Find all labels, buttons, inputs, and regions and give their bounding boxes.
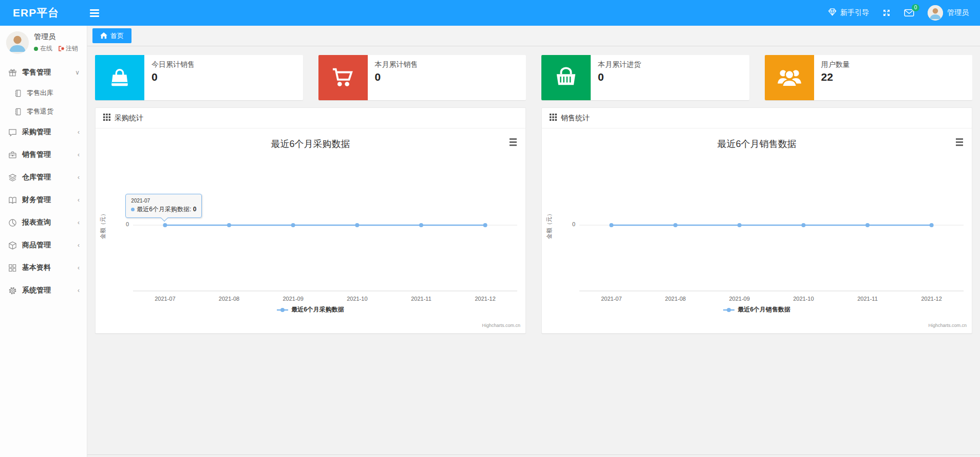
navbar: ERP平台 新手引导	[0, 0, 980, 26]
stat-value: 0	[375, 71, 418, 83]
th-grid-icon	[550, 114, 557, 122]
y-tick-label: 0	[126, 221, 129, 227]
pie-icon	[8, 218, 17, 227]
sidebar: 管理员 在线 注销 零售管理∨零售出库零售退货采购管理‹销售管理‹仓库管理‹财务…	[0, 26, 87, 457]
x-tick-label: 2021-12	[909, 296, 955, 302]
sidebar-item-2[interactable]: 销售管理‹	[0, 143, 87, 166]
chevron-left-icon: ‹	[78, 151, 80, 158]
stat-label: 用户数量	[821, 60, 850, 69]
legend-marker-icon	[277, 307, 288, 313]
cart-icon	[318, 55, 368, 100]
stat-card-1[interactable]: 本月累计销售0	[318, 55, 526, 100]
stat-value: 22	[821, 71, 850, 83]
highcharts-credit[interactable]: Highcharts.com.cn	[928, 323, 967, 328]
sidebar-user-panel: 管理员 在线 注销	[0, 26, 87, 59]
x-tick-label: 2021-12	[462, 296, 508, 302]
brand-logo: ERP平台	[0, 6, 59, 20]
chart-tooltip: 2021-07最近6个月采购数据: 0	[125, 194, 202, 218]
username-label: 管理员	[947, 8, 969, 17]
chevron-left-icon: ‹	[78, 287, 80, 294]
notebook-icon	[14, 88, 22, 98]
sidebar-item-1[interactable]: 采购管理‹	[0, 121, 87, 143]
content: 今日累计销售0本月累计销售0本月累计进货0用户数量22 采购统计 最近6个月采购…	[87, 46, 980, 457]
sidebar-item-0[interactable]: 零售管理∨	[0, 61, 87, 84]
notebook-icon	[14, 107, 22, 116]
x-tick-label: 2021-09	[270, 296, 316, 302]
panel-sales-stats: 销售统计 最近6个月销售数据0金额（元）2021-072021-082021-0…	[541, 107, 972, 334]
purchase-chart: 最近6个月采购数据0金额（元）2021-072021-082021-092021…	[96, 129, 525, 333]
sidebar-item-5[interactable]: 报表查询‹	[0, 211, 87, 234]
chevron-down-icon: ∨	[75, 69, 80, 76]
basket-icon	[541, 55, 591, 100]
highcharts-credit[interactable]: Highcharts.com.cn	[482, 323, 520, 328]
legend-item[interactable]: 最近6个月销售数据	[542, 305, 972, 314]
book-icon	[8, 195, 17, 205]
briefcase-icon	[8, 150, 17, 159]
x-tick-label: 2021-10	[780, 296, 826, 302]
online-status-label: 在线	[40, 44, 52, 53]
breadcrumb: 首页	[87, 26, 980, 46]
sidebar-item-7[interactable]: 基本资料‹	[0, 257, 87, 279]
tab-home-label: 首页	[110, 31, 124, 41]
guide-label: 新手引导	[840, 8, 869, 17]
avatar	[6, 31, 29, 54]
legend-item[interactable]: 最近6个月采购数据	[96, 305, 525, 314]
x-tick-label: 2021-11	[398, 296, 444, 302]
guide-link[interactable]: 新手引导	[828, 8, 869, 18]
navbar-right: 新手引导 0 管理员	[828, 5, 980, 21]
x-tick-label: 2021-10	[334, 296, 380, 302]
bag-icon	[95, 55, 144, 100]
th-grid-icon	[103, 114, 110, 122]
panel-purchase-stats: 采购统计 最近6个月采购数据0金额（元）2021-072021-082021-0…	[95, 107, 526, 334]
chevron-left-icon: ‹	[78, 264, 80, 271]
chart-title: 最近6个月采购数据	[96, 138, 525, 150]
legend-marker-icon	[723, 307, 734, 313]
y-tick-label: 0	[572, 221, 575, 227]
sales-chart: 最近6个月销售数据0金额（元）2021-072021-082021-092021…	[542, 129, 972, 333]
chevron-left-icon: ‹	[78, 174, 80, 181]
stat-value: 0	[152, 71, 195, 83]
sidebar-item-8[interactable]: 系统管理‹	[0, 279, 87, 302]
sidebar-subitem[interactable]: 零售退货	[0, 102, 87, 121]
stat-label: 本月累计销售	[375, 60, 418, 69]
x-tick-label: 2021-08	[206, 296, 252, 302]
submenu: 零售出库零售退货	[0, 84, 87, 121]
mail-button[interactable]: 0	[904, 9, 914, 17]
sidebar-toggle-icon[interactable]	[90, 9, 99, 17]
series-dot-icon	[131, 208, 135, 211]
fullscreen-button[interactable]	[882, 9, 891, 17]
panel-title: 销售统计	[561, 114, 590, 123]
stat-card-0[interactable]: 今日累计销售0	[95, 55, 303, 100]
gift-icon	[8, 68, 17, 77]
charts-row: 采购统计 最近6个月采购数据0金额（元）2021-072021-082021-0…	[95, 107, 972, 334]
sidebar-item-6[interactable]: 商品管理‹	[0, 234, 87, 257]
x-tick-label: 2021-09	[717, 296, 763, 302]
stat-value: 0	[598, 71, 641, 83]
avatar	[928, 5, 943, 21]
y-axis-title: 金额（元）	[545, 210, 553, 241]
layers-icon	[8, 173, 17, 182]
chevron-left-icon: ‹	[78, 219, 80, 226]
chevron-left-icon: ‹	[78, 129, 80, 136]
stat-cards-row: 今日累计销售0本月累计销售0本月累计进货0用户数量22	[95, 55, 972, 100]
x-tick-label: 2021-08	[652, 296, 699, 302]
tab-home[interactable]: 首页	[92, 28, 131, 43]
panel-title: 采购统计	[115, 114, 143, 123]
sidebar-item-4[interactable]: 财务管理‹	[0, 189, 87, 211]
main-area: 首页 今日累计销售0本月累计销售0本月累计进货0用户数量22 采购统计 最近6个…	[87, 26, 980, 457]
x-tick-label: 2021-07	[588, 296, 634, 302]
sidebar-subitem[interactable]: 零售出库	[0, 84, 87, 102]
user-menu[interactable]: 管理员	[928, 5, 969, 21]
sidebar-item-3[interactable]: 仓库管理‹	[0, 166, 87, 189]
stat-card-2[interactable]: 本月累计进货0	[541, 55, 749, 100]
fullscreen-icon	[882, 9, 891, 17]
chart-context-menu-icon[interactable]	[508, 137, 518, 148]
online-status-icon	[34, 47, 38, 51]
home-icon	[100, 32, 107, 39]
y-axis-title: 金额（元）	[99, 210, 107, 241]
chart-context-menu-icon[interactable]	[954, 137, 965, 148]
sidebar-menu: 零售管理∨零售出库零售退货采购管理‹销售管理‹仓库管理‹财务管理‹报表查询‹商品…	[0, 61, 87, 302]
x-tick-label: 2021-07	[142, 296, 188, 302]
stat-card-3[interactable]: 用户数量22	[765, 55, 973, 100]
logout-link[interactable]: 注销	[58, 44, 78, 53]
